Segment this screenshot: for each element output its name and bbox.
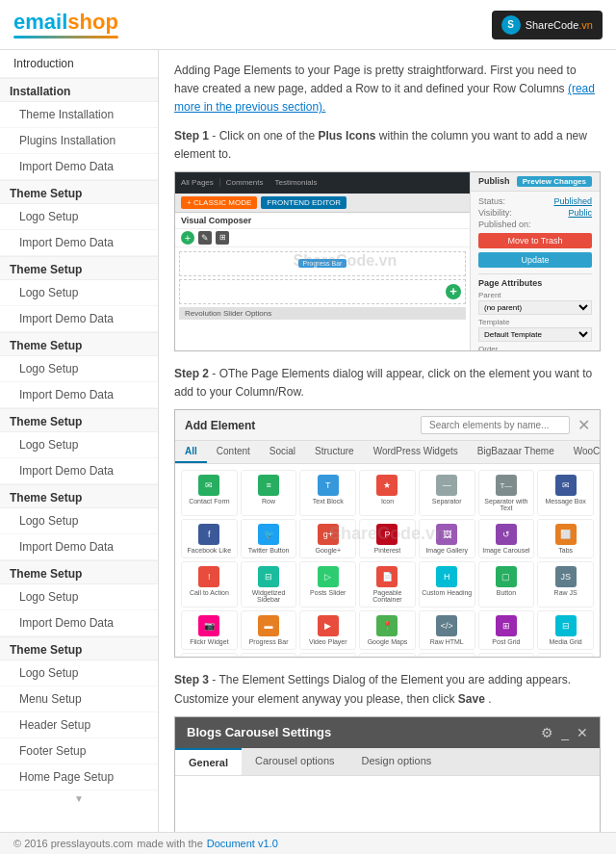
sidebar-item-home-page-setup[interactable]: Home Page Setup (0, 764, 158, 790)
tab-wordpress-widgets[interactable]: WordPress Widgets (364, 441, 468, 463)
element-google-plus[interactable]: g+ Google+ (299, 519, 356, 558)
sidebar-item-import-demo-6[interactable]: Import Demo Data (0, 534, 158, 560)
element-media-grid[interactable]: ⊟ Media Grid (537, 610, 594, 650)
element-call-to-action[interactable]: ! Call to Action (181, 561, 238, 608)
element-pie-chart[interactable]: ◑ Pie Chart (181, 653, 238, 657)
sidebar-item-import-demo-1[interactable]: Import Demo Data (0, 154, 158, 180)
element-post-masonry-grid[interactable]: ⊞ Post Masonry Grid (537, 653, 594, 657)
tab-content[interactable]: Content (207, 441, 260, 463)
parent-select[interactable]: (no parent) (478, 300, 592, 315)
tab-all[interactable]: All (175, 441, 207, 463)
sidebar-item-import-demo-5[interactable]: Import Demo Data (0, 458, 158, 484)
element-post-grid[interactable]: ⊞ Post Grid (478, 610, 535, 650)
vc-icon-pencil[interactable]: ✎ (198, 231, 212, 245)
logo-shop: shop (67, 10, 118, 34)
element-custom-heading[interactable]: H Custom Heading (419, 561, 475, 608)
sidebar-item-plugins-installation[interactable]: Plugins Installation (0, 128, 158, 154)
sidebar-item-logo-setup-2[interactable]: Logo Setup (0, 280, 158, 306)
element-round-chart[interactable]: ○ Round Chart (241, 653, 297, 657)
vc-add-element-btn[interactable]: + CLASSIC MODE (181, 196, 257, 209)
element-message-box[interactable]: ✉ Message Box (537, 470, 594, 516)
element-button[interactable]: ▢ Button (478, 561, 535, 608)
element-raw-js[interactable]: JS Raw JS (537, 561, 594, 608)
add-element-title: Add Element (185, 419, 421, 432)
footer-doc-link[interactable]: Document v1.0 (207, 838, 278, 849)
element-widgetized-sidebar[interactable]: ⊟ Widgetized Sidebar (241, 561, 297, 608)
tab-social[interactable]: Social (260, 441, 305, 463)
footer-made-with: made with the (137, 838, 202, 849)
element-pageable-container[interactable]: 📄 Pageable Container (359, 561, 416, 608)
sidebar-group-theme-setup-1: Theme Setup (0, 180, 158, 204)
sidebar-item-introduction[interactable]: Introduction (0, 50, 158, 78)
carousel-tab-general[interactable]: General (175, 748, 242, 775)
sidebar-item-footer-setup[interactable]: Footer Setup (0, 738, 158, 764)
element-twitter-button[interactable]: 🐦 Twitter Button (241, 519, 297, 558)
element-text-block[interactable]: T Text Block (299, 470, 356, 516)
step2-label: Step 2 - OThe Page Elements dialog will … (174, 365, 601, 401)
tab-woocommerce[interactable]: WooCommerce (564, 441, 600, 463)
tab-structure[interactable]: Structure (305, 441, 364, 463)
sidebar-group-theme-setup-5: Theme Setup (0, 484, 158, 508)
sidebar-item-import-demo-7[interactable]: Import Demo Data (0, 610, 158, 636)
carousel-dialog-header: Blogs Carousel Settings ⚙ _ ✕ (175, 717, 600, 748)
sidebar-item-theme-installation[interactable]: Theme Installation (0, 102, 158, 128)
sidebar-item-header-setup[interactable]: Header Setup (0, 712, 158, 738)
dialog-close-icon[interactable]: ✕ (578, 416, 590, 434)
element-pinterest[interactable]: P Pinterest (359, 519, 416, 558)
element-contact-form[interactable]: ✉ Contact Form (181, 470, 238, 516)
sidebar-item-logo-setup-7[interactable]: Logo Setup (0, 660, 158, 686)
move-to-trash-btn[interactable]: Move to Trash (478, 233, 592, 248)
carousel-settings-icon[interactable]: ⚙ (541, 725, 553, 740)
footer: © 2016 presslayouts.com made with the Do… (0, 832, 616, 854)
plus-icon-column[interactable]: + (446, 284, 461, 299)
logo-email: email (13, 10, 67, 34)
vc-icon-layout[interactable]: ⊞ (216, 231, 229, 245)
element-row[interactable]: ≡ Row (241, 470, 297, 516)
sidebar-item-logo-setup-1[interactable]: Logo Setup (0, 204, 158, 230)
update-btn[interactable]: Update (478, 252, 592, 268)
sidebar-item-menu-setup[interactable]: Menu Setup (0, 686, 158, 712)
element-video-player[interactable]: ▶ Video Player (299, 610, 356, 650)
element-icon[interactable]: ★ Icon (359, 470, 416, 516)
element-empty-space[interactable]: □ Empty Space (359, 653, 416, 657)
element-facebook-like[interactable]: f Facebook Like (181, 519, 238, 558)
save-draft-btn[interactable]: Preview Changes (517, 176, 592, 187)
element-line-chart[interactable]: 📈 Line Chart (299, 653, 356, 657)
element-separator-text[interactable]: T— Separator with Text (478, 470, 535, 516)
element-tabs[interactable]: ⬜ Tabs (537, 519, 594, 558)
tab-bigbazaar[interactable]: BigBazaar Theme (468, 441, 564, 463)
logo-text: emailshop (13, 11, 118, 34)
step3-label: Step 3 - The Element Settings Dialog of … (174, 671, 601, 708)
sidebar-group-theme-setup-3: Theme Setup (0, 332, 158, 356)
element-product-categories[interactable]: ☰ Product Categories (478, 653, 535, 657)
sidebar-item-import-demo-4[interactable]: Import Demo Data (0, 382, 158, 408)
element-search-input[interactable] (421, 416, 570, 434)
sidebar-item-logo-setup-6[interactable]: Logo Setup (0, 584, 158, 610)
template-select[interactable]: Default Template (478, 327, 592, 342)
sidebar-group-theme-setup-4: Theme Setup (0, 408, 158, 432)
footer-copyright: © 2016 presslayouts.com (13, 838, 133, 849)
vc-frontend-btn[interactable]: FRONTEND EDITOR (261, 196, 346, 209)
carousel-dialog-content (175, 776, 600, 832)
sidebar-item-logo-setup-3[interactable]: Logo Setup (0, 356, 158, 382)
element-progress-bar[interactable]: ▬ Progress Bar (241, 610, 297, 650)
element-google-maps[interactable]: 📍 Google Maps (359, 610, 416, 650)
element-product-tab[interactable]: 🛒 Product Tab (419, 653, 475, 657)
element-flickr-widget[interactable]: 📷 Flickr Widget (181, 610, 238, 650)
carousel-tab-design[interactable]: Design options (348, 748, 446, 775)
element-posts-slider[interactable]: ▷ Posts Slider (299, 561, 356, 608)
carousel-close-icon[interactable]: ✕ (577, 725, 588, 740)
carousel-minimize-icon[interactable]: _ (561, 725, 569, 740)
element-image-gallery[interactable]: 🖼 Image Gallery (419, 519, 475, 558)
sidebar-item-logo-setup-4[interactable]: Logo Setup (0, 432, 158, 458)
sidebar-item-import-demo-3[interactable]: Import Demo Data (0, 306, 158, 332)
carousel-tab-options[interactable]: Carousel options (242, 748, 348, 775)
element-separator[interactable]: — Separator (419, 470, 475, 516)
sharecode-badge: S ShareCode.vn (492, 11, 603, 39)
element-raw-html[interactable]: </> Raw HTML (419, 610, 475, 650)
vc-icon-plus[interactable]: + (181, 231, 194, 245)
element-image-carousel[interactable]: ↺ Image Carousel (478, 519, 535, 558)
sidebar-item-logo-setup-5[interactable]: Logo Setup (0, 508, 158, 534)
sidebar-item-import-demo-2[interactable]: Import Demo Data (0, 230, 158, 256)
layout: Introduction Installation Theme Installa… (0, 50, 616, 832)
